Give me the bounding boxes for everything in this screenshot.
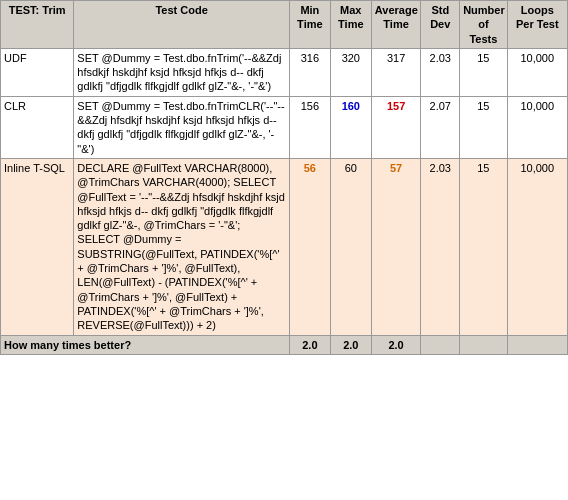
header-row: TEST: Trim Test Code Min Time Max Time A… [1, 1, 568, 49]
cell-test-name: Inline T-SQL [1, 158, 74, 335]
col-header-avg: Average Time [371, 1, 421, 49]
cell-min-time: 56 [289, 158, 330, 335]
cell-test-code: SET @Dummy = Test.dbo.fnTrim('--&&Zdj hf… [74, 48, 290, 96]
footer-avg: 2.0 [371, 335, 421, 354]
footer-empty [507, 335, 567, 354]
cell-min-time: 156 [289, 96, 330, 158]
footer-empty [460, 335, 507, 354]
cell-min-time: 316 [289, 48, 330, 96]
footer-empty [421, 335, 460, 354]
footer-max: 2.0 [330, 335, 371, 354]
footer-row: How many times better?2.02.02.0 [1, 335, 568, 354]
table-row: CLRSET @Dummy = Test.dbo.fnTrimCLR('--"-… [1, 96, 568, 158]
footer-label: How many times better? [1, 335, 290, 354]
cell-std-dev: 2.03 [421, 48, 460, 96]
cell-loops-per-test: 10,000 [507, 158, 567, 335]
cell-loops-per-test: 10,000 [507, 48, 567, 96]
cell-num-tests: 15 [460, 48, 507, 96]
footer-min: 2.0 [289, 335, 330, 354]
table-row: UDFSET @Dummy = Test.dbo.fnTrim('--&&Zdj… [1, 48, 568, 96]
col-header-code: Test Code [74, 1, 290, 49]
cell-test-code: SET @Dummy = Test.dbo.fnTrimCLR('--"--&&… [74, 96, 290, 158]
cell-avg-time: 57 [371, 158, 421, 335]
cell-num-tests: 15 [460, 158, 507, 335]
cell-std-dev: 2.07 [421, 96, 460, 158]
cell-max-time: 60 [330, 158, 371, 335]
col-header-test: TEST: Trim [1, 1, 74, 49]
cell-max-time: 320 [330, 48, 371, 96]
cell-loops-per-test: 10,000 [507, 96, 567, 158]
cell-test-name: CLR [1, 96, 74, 158]
cell-avg-time: 317 [371, 48, 421, 96]
col-header-num: Number of Tests [460, 1, 507, 49]
cell-std-dev: 2.03 [421, 158, 460, 335]
cell-avg-time: 157 [371, 96, 421, 158]
col-header-std: Std Dev [421, 1, 460, 49]
table-row: Inline T-SQLDECLARE @FullText VARCHAR(80… [1, 158, 568, 335]
cell-max-time: 160 [330, 96, 371, 158]
cell-test-code: DECLARE @FullText VARCHAR(8000), @TrimCh… [74, 158, 290, 335]
col-header-loops: Loops Per Test [507, 1, 567, 49]
col-header-max: Max Time [330, 1, 371, 49]
cell-num-tests: 15 [460, 96, 507, 158]
cell-test-name: UDF [1, 48, 74, 96]
col-header-min: Min Time [289, 1, 330, 49]
performance-table: TEST: Trim Test Code Min Time Max Time A… [0, 0, 568, 355]
